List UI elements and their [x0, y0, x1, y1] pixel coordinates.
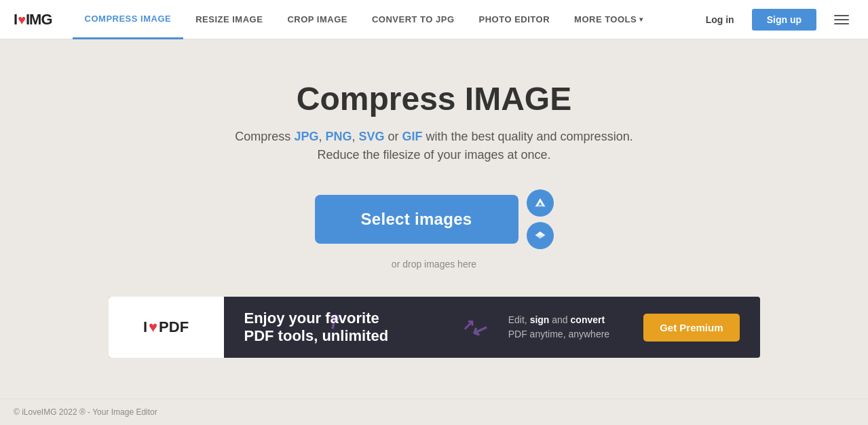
jpg-label: JPG	[294, 130, 318, 143]
nav-resize[interactable]: RESIZE IMAGE	[183, 0, 275, 39]
ad-convert-text: convert	[571, 314, 605, 325]
get-premium-button[interactable]: Get Premium	[643, 314, 739, 341]
nav-crop[interactable]: CROP IMAGE	[275, 0, 360, 39]
logo-text: I♥IMG	[14, 11, 52, 29]
nav-compress[interactable]: COMPRESS IMAGE	[73, 0, 184, 39]
upload-row: Select images	[315, 189, 554, 249]
ad-logo: I ♥ PDF	[143, 318, 189, 336]
footer-text: © iLoveIMG 2022 ® - Your Image Editor	[14, 407, 157, 417]
select-images-button[interactable]: Select images	[315, 195, 518, 244]
ad-headline: Enjoy your favorite PDF tools, unlimited	[244, 310, 474, 346]
ad-cta-section: Get Premium	[623, 314, 759, 341]
google-drive-icon	[534, 197, 546, 209]
drop-text: or drop images here	[392, 259, 476, 270]
dropbox-upload-button[interactable]	[527, 222, 554, 249]
ad-heart-icon: ♥	[149, 318, 157, 336]
google-drive-upload-button[interactable]	[527, 189, 554, 217]
logo-heart-icon: ♥	[18, 12, 25, 28]
subtitle-1: Compress JPG, PNG, SVG or GIF with the b…	[235, 130, 633, 144]
nav-right: Log in Sign up	[695, 9, 854, 31]
hamburger-line-3	[834, 23, 849, 24]
gif-label: GIF	[402, 130, 422, 143]
logo[interactable]: I♥IMG	[14, 11, 52, 29]
nav-links: COMPRESS IMAGE RESIZE IMAGE CROP IMAGE C…	[73, 0, 695, 39]
navbar: I♥IMG COMPRESS IMAGE RESIZE IMAGE CROP I…	[0, 0, 868, 39]
ad-sign-text: sign	[530, 314, 550, 325]
ad-sub-text: Edit, sign and convert PDF anytime, anyw…	[508, 313, 609, 341]
ad-banner: I ♥ PDF ↗ ↙ ↗ Enjoy your favorite PDF to…	[109, 297, 760, 358]
hamburger-line-1	[834, 15, 849, 16]
svg-label: SVG	[358, 130, 384, 143]
more-tools-arrow-icon: ▾	[639, 16, 643, 23]
ad-sub-section: Edit, sign and convert PDF anytime, anyw…	[495, 313, 623, 341]
nav-more-tools[interactable]: MORE TOOLS ▾	[562, 0, 656, 39]
page-title: Compress IMAGE	[297, 80, 571, 117]
hamburger-menu-button[interactable]	[829, 10, 854, 30]
ad-logo-section: I ♥ PDF	[109, 297, 224, 358]
png-label: PNG	[325, 130, 352, 143]
footer: © iLoveIMG 2022 ® - Your Image Editor	[0, 399, 868, 425]
cloud-upload-icons	[527, 189, 554, 249]
dropbox-icon	[534, 229, 546, 242]
signup-button[interactable]: Sign up	[752, 9, 816, 31]
main-content: Compress IMAGE Compress JPG, PNG, SVG or…	[0, 39, 868, 385]
login-button[interactable]: Log in	[695, 9, 745, 31]
hamburger-line-2	[834, 19, 849, 20]
ad-headline-section: ↗ ↙ ↗ Enjoy your favorite PDF tools, unl…	[224, 310, 495, 346]
subtitle-2: Reduce the filesize of your images at on…	[317, 148, 550, 162]
nav-photo-editor[interactable]: PHOTO EDITOR	[467, 0, 562, 39]
nav-convert[interactable]: CONVERT TO JPG	[360, 0, 467, 39]
